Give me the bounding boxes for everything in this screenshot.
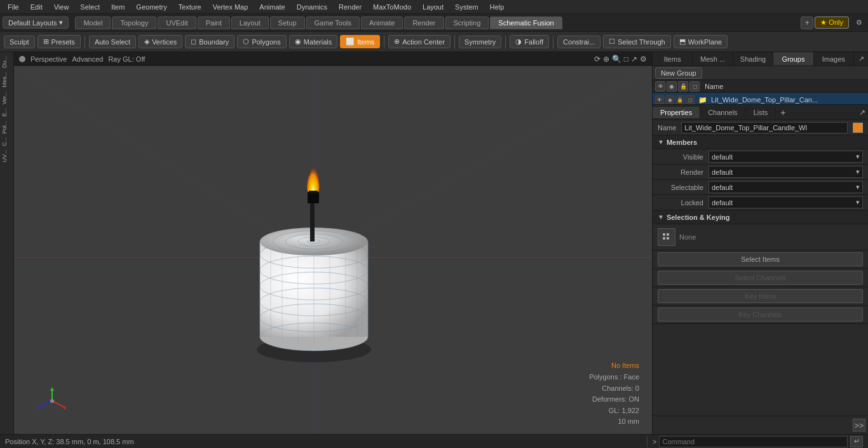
tab-game-tools[interactable]: Game Tools — [306, 17, 360, 29]
tab-images[interactable]: Images — [814, 52, 854, 65]
star-only-button[interactable]: ★ Only — [815, 17, 849, 29]
render-dropdown-arrow: ▾ — [856, 168, 860, 176]
menu-item[interactable]: Item — [106, 2, 130, 12]
select-channels-button[interactable]: Select Channels — [658, 271, 863, 285]
advanced-label[interactable]: Advanced — [72, 55, 103, 63]
tab-paint[interactable]: Paint — [198, 17, 230, 29]
key-items-button[interactable]: Key Items — [658, 289, 863, 303]
menu-file[interactable]: File — [3, 2, 24, 12]
name-input[interactable] — [681, 122, 848, 133]
eye-col-icon[interactable]: 👁 — [655, 81, 665, 92]
tab-animate[interactable]: Animate — [361, 17, 403, 29]
tab-topology[interactable]: Topology — [112, 17, 156, 29]
visible-dropdown[interactable]: default ▾ — [709, 151, 863, 163]
zoom-icon[interactable]: 🔍 — [612, 55, 621, 64]
layout-dropdown[interactable]: Default Layouts ▾ — [3, 17, 69, 29]
polygons-button[interactable]: ⬡ Polygons — [237, 35, 286, 48]
falloff-button[interactable]: ◑ Falloff — [510, 35, 549, 48]
tab-schematic-fusion[interactable]: Schematic Fusion — [490, 17, 562, 29]
sel-keying-section-header[interactable]: ▼ Selection & Keying — [653, 210, 868, 224]
row-render-icon[interactable]: ◉ — [665, 95, 674, 104]
menu-help[interactable]: Help — [485, 2, 510, 12]
tab-properties[interactable]: Properties — [653, 107, 700, 118]
command-input[interactable] — [659, 436, 848, 447]
action-center-button[interactable]: ⊕ Action Center — [388, 35, 451, 48]
constrai-button[interactable]: Constrai... — [557, 36, 600, 48]
materials-button[interactable]: ◉ Materials — [289, 35, 338, 48]
members-section-header[interactable]: ▼ Members — [653, 135, 868, 149]
tab-shading[interactable]: Shading — [733, 52, 773, 65]
ray-gl-label[interactable]: Ray GL: Off — [108, 55, 145, 63]
color-swatch[interactable] — [853, 123, 863, 133]
workplane-button[interactable]: ⬒ WorkPlane — [674, 35, 728, 48]
canvas-area[interactable]: No Items Polygons : Face Channels: 0 Def… — [14, 66, 652, 434]
expand-icon[interactable]: ↗ — [631, 55, 637, 64]
menu-select[interactable]: Select — [75, 2, 105, 12]
select-through-button[interactable]: ☐ Select Through — [603, 35, 670, 48]
row-lock-icon[interactable]: 🔒 — [675, 95, 684, 104]
settings-button[interactable]: ⚙ — [853, 17, 865, 29]
tab-lists[interactable]: Lists — [746, 107, 776, 118]
menu-view[interactable]: View — [49, 2, 74, 12]
select-items-button[interactable]: Select Items — [658, 252, 863, 266]
menu-vertex-map[interactable]: Vertex Map — [208, 2, 254, 12]
auto-select-button[interactable]: Auto Select — [89, 36, 136, 48]
settings-vp-icon[interactable]: ⚙ — [640, 55, 647, 64]
menu-edit[interactable]: Edit — [25, 2, 48, 12]
row-sel-icon[interactable]: ◻ — [686, 95, 695, 104]
sidebar-item-ver[interactable]: Ver... — [1, 90, 13, 106]
sidebar-item-du[interactable]: Du... — [1, 55, 13, 69]
tab-layout[interactable]: Layout — [231, 17, 269, 29]
none-icon-btn[interactable] — [658, 228, 675, 246]
presets-button[interactable]: ⊞ Presets — [37, 35, 81, 48]
frame-icon[interactable]: □ — [624, 55, 628, 64]
select-col-icon[interactable]: ◻ — [689, 81, 700, 92]
sculpt-button[interactable]: Sculpt — [4, 36, 35, 48]
menu-texture[interactable]: Texture — [173, 2, 207, 12]
viewport[interactable]: Perspective Advanced Ray GL: Off ⟳ ⊕ 🔍 □… — [14, 52, 652, 434]
sidebar-item-c[interactable]: C... — [1, 136, 13, 147]
menu-dynamics[interactable]: Dynamics — [292, 2, 332, 12]
rotate-icon[interactable]: ⟳ — [594, 55, 600, 64]
tab-channels[interactable]: Channels — [700, 107, 745, 118]
perspective-label[interactable]: Perspective — [31, 55, 67, 63]
sidebar-item-uv[interactable]: UV... — [1, 149, 13, 163]
menu-render[interactable]: Render — [334, 2, 367, 12]
viewport-dot[interactable] — [19, 56, 25, 62]
tab-setup[interactable]: Setup — [270, 17, 305, 29]
selectable-dropdown[interactable]: default ▾ — [709, 181, 863, 193]
tab-mesh[interactable]: Mesh ... — [693, 52, 733, 65]
sidebar-item-pol[interactable]: Pol... — [1, 119, 13, 135]
items-button[interactable]: ⬜ Items — [340, 35, 380, 48]
tab-render[interactable]: Render — [404, 17, 444, 29]
locked-dropdown[interactable]: default ▾ — [709, 196, 863, 208]
boundary-button[interactable]: ◻ Boundary — [185, 35, 234, 48]
sidebar-item-mes[interactable]: Mes... — [1, 71, 13, 89]
menu-maxtomodo[interactable]: MaxToModo — [368, 2, 416, 12]
layout-add-button[interactable]: + — [801, 17, 813, 29]
command-submit-button[interactable]: ↵ — [850, 436, 863, 447]
new-group-button[interactable]: New Group — [655, 67, 702, 79]
menu-layout[interactable]: Layout — [417, 2, 449, 12]
expand-panel-button[interactable]: >> — [853, 419, 865, 431]
tab-scripting[interactable]: Scripting — [445, 17, 489, 29]
sidebar-item-e[interactable]: E... — [1, 107, 13, 118]
lock-col-icon[interactable]: 🔒 — [678, 81, 688, 92]
menu-system[interactable]: System — [450, 2, 484, 12]
symmetry-button[interactable]: Symmetry — [459, 36, 502, 48]
render-col-icon[interactable]: ◉ — [667, 81, 677, 92]
tab-model[interactable]: Model — [75, 17, 111, 29]
add-tab-button[interactable]: + — [776, 105, 790, 119]
vertices-button[interactable]: ◈ Vertices — [139, 35, 182, 48]
menu-animate[interactable]: Animate — [254, 2, 290, 12]
tab-uvedit[interactable]: UVEdit — [158, 17, 196, 29]
tab-items[interactable]: Items — [653, 52, 693, 65]
props-expand-icon[interactable]: ↗ — [859, 108, 865, 117]
menu-geometry[interactable]: Geometry — [131, 2, 172, 12]
key-channels-button[interactable]: Key Channels — [658, 308, 863, 322]
render-dropdown[interactable]: default ▾ — [709, 166, 863, 178]
tab-groups[interactable]: Groups — [773, 52, 813, 65]
zoom-fit-icon[interactable]: ⊕ — [603, 55, 609, 64]
row-eye-icon[interactable]: 👁 — [655, 95, 664, 104]
expand-tabs-button[interactable]: ↗ — [854, 52, 868, 65]
